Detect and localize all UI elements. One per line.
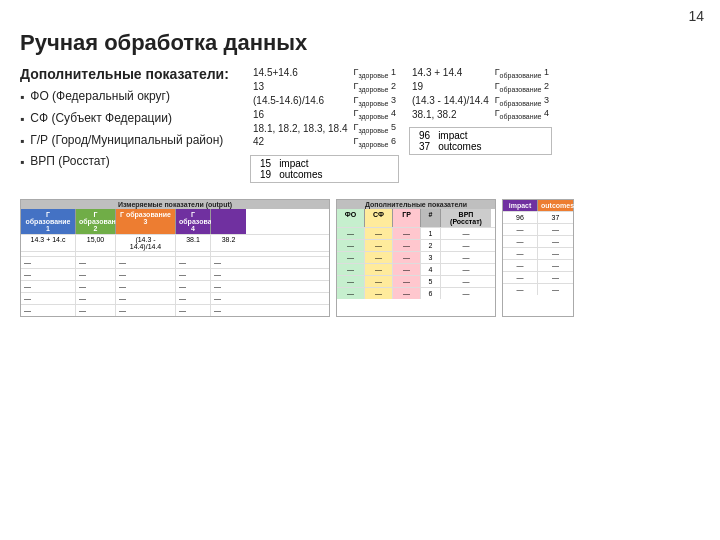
add-header-sf: СФ	[365, 209, 393, 227]
left-row-2-val: 13	[250, 80, 351, 94]
left-row-2-label: Гздоровье 2	[351, 80, 399, 94]
outcomes-row-1: 37	[538, 212, 573, 223]
page-number: 14	[688, 8, 704, 24]
bullet-item-3: Г/Р (Город/Муниципальный район)	[20, 132, 240, 150]
left-row-5-label: Гздоровье 5	[351, 121, 399, 135]
output-r1c2: 15,00	[76, 235, 116, 251]
right-impact-val: 96	[415, 130, 434, 141]
right-row-4-label: Гобразование 4	[492, 107, 552, 121]
output-header-1: Г образование 1	[21, 209, 76, 234]
right-row-1-val: 14.3 + 14.4	[409, 66, 492, 80]
empty-cell	[21, 252, 76, 256]
bullet-item-4: ВРП (Росстат)	[20, 153, 240, 171]
right-row-3-val: (14.3 - 14.4)/14.4	[409, 94, 492, 108]
page-title: Ручная обработка данных	[20, 30, 700, 56]
left-row-4-val: 16	[250, 107, 351, 121]
left-row-1-val: 14.5+14.6	[250, 66, 351, 80]
left-row-6-label: Гздоровье 6	[351, 135, 399, 149]
left-row-3-val: (14.5-14.6)/14.6	[250, 94, 351, 108]
right-row-2-label: Гобразование 2	[492, 80, 552, 94]
right-data-block: 14.3 + 14.4 Гобразование 1 19 Гобразован…	[409, 66, 552, 155]
output-r1c5: 38.2	[211, 235, 246, 251]
left-row-6-val: 42	[250, 135, 351, 149]
output-header-3: Г образование 3	[116, 209, 176, 234]
bullet-item-1: ФО (Федеральный округ)	[20, 88, 240, 106]
output-header-4: Г образование 4	[176, 209, 211, 234]
add-header-vrp: ВРП (Росстат)	[441, 209, 491, 227]
right-row-2-val: 19	[409, 80, 492, 94]
right-row-4-val: 38.1, 38.2	[409, 107, 492, 121]
bullet-item-2: СФ (Субъект Федерации)	[20, 110, 240, 128]
left-outcomes-val: 19	[256, 169, 275, 180]
bullet-list: ФО (Федеральный округ) СФ (Субъект Федер…	[20, 88, 240, 175]
right-impact-label: impact	[434, 130, 485, 141]
left-impact-label: impact	[275, 158, 326, 169]
left-row-1-label: Гздоровье 1	[351, 66, 399, 80]
spreadsheet-area: Измеряемые показатели (output) Г образов…	[20, 199, 700, 317]
right-row-3-label: Гобразование 3	[492, 94, 552, 108]
left-row-5-val: 18.1, 18.2, 18.3, 18.4	[250, 121, 351, 135]
output-r1c4: 38.1	[176, 235, 211, 251]
outcomes-column-header: outcomes	[538, 200, 573, 211]
section-label: Дополнительные показатели:	[20, 66, 240, 82]
left-impact-val: 15	[256, 158, 275, 169]
output-r1c1: 14.3 + 14.c	[21, 235, 76, 251]
right-outcomes-val: 37	[415, 141, 434, 152]
left-data-block: 14.5+14.6 Гздоровье 1 13 Гздоровье 2 (14…	[250, 66, 399, 183]
left-outcomes-label: outcomes	[275, 169, 326, 180]
impact-column-header: impact	[503, 200, 538, 211]
right-row-1-label: Гобразование 1	[492, 66, 552, 80]
additional-title: Дополнительные показатели	[337, 200, 495, 209]
add-header-num: #	[421, 209, 441, 227]
output-header-5	[211, 209, 246, 234]
output-r1c3: (14.3 - 14.4)/14.4	[116, 235, 176, 251]
left-row-3-label: Гздоровье 3	[351, 94, 399, 108]
right-outcomes-label: outcomes	[434, 141, 485, 152]
add-header-fo: ФО	[337, 209, 365, 227]
impact-row-1: 96	[503, 212, 538, 223]
left-row-4-label: Гздоровье 4	[351, 107, 399, 121]
output-header-2: Г образование 2	[76, 209, 116, 234]
output-title: Измеряемые показатели (output)	[21, 200, 329, 209]
add-header-gr: ГР	[393, 209, 421, 227]
